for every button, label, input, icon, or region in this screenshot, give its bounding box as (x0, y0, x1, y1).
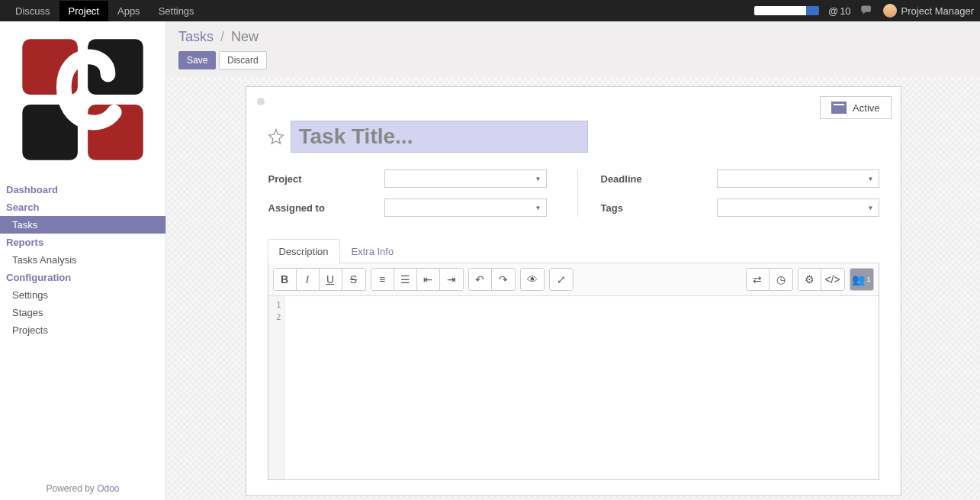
chat-icon[interactable] (860, 5, 874, 18)
strike-button[interactable]: S (342, 269, 365, 290)
redo-icon: ↷ (499, 273, 508, 285)
save-button[interactable]: Save (178, 51, 216, 69)
svg-rect-1 (88, 39, 143, 95)
code-area[interactable] (285, 296, 879, 479)
form-col-left: Project Assigned to (268, 169, 547, 217)
priority-star-icon[interactable] (268, 128, 284, 145)
bold-button[interactable]: B (274, 269, 297, 290)
nav-project[interactable]: Project (59, 1, 108, 21)
outdent-icon: ⇤ (423, 273, 432, 285)
discard-button[interactable]: Discard (219, 51, 267, 69)
breadcrumb-parent[interactable]: Tasks (178, 29, 214, 44)
mention-count: 10 (840, 5, 850, 17)
sidebar-configuration[interactable]: Configuration (0, 269, 165, 286)
navbar-right: @ 10 Project Manager (754, 4, 974, 18)
sidebar-item-tasks[interactable]: Tasks (0, 216, 165, 234)
task-title-input[interactable] (291, 121, 588, 153)
indent-button[interactable]: ⇥ (440, 269, 463, 290)
undo-icon: ↶ (475, 273, 484, 285)
user-name: Project Manager (901, 5, 974, 17)
nav-apps[interactable]: Apps (108, 1, 149, 21)
swap-icon: ⇄ (753, 273, 762, 285)
gear-icon: ⚙ (805, 273, 815, 285)
main-content: Tasks / New Save Discard Active (166, 21, 980, 500)
clock-icon: ◷ (776, 273, 786, 285)
line-gutter: 1 2 (268, 296, 285, 479)
at-icon: @ (828, 5, 838, 17)
nav-discuss[interactable]: Discuss (6, 1, 59, 21)
editor-body: 1 2 (268, 296, 879, 479)
indent-icon: ⇥ (447, 273, 456, 285)
settings-button[interactable]: ⚙ (798, 269, 821, 290)
sidebar-item-stages[interactable]: Stages (0, 304, 165, 321)
tabs: Description Extra Info (268, 238, 879, 263)
assigned-to-select[interactable] (384, 198, 547, 217)
ordered-list-icon: ≡ (379, 273, 385, 285)
editor-toolbar: B I U S ≡ ☰ ⇤ ⇥ ↶ ↷ (268, 263, 879, 296)
collab-button[interactable]: 👥1 (850, 269, 873, 290)
eye-slash-icon: 👁 (527, 273, 538, 285)
code-icon: </> (824, 273, 840, 285)
sidebar: Dashboard Search Tasks Reports Tasks Ana… (0, 21, 166, 500)
ul-button[interactable]: ☰ (394, 269, 417, 290)
redo-button[interactable]: ↷ (492, 269, 515, 290)
user-menu[interactable]: Project Manager (883, 4, 974, 18)
breadcrumb: Tasks / New (178, 29, 968, 45)
top-navbar: Discuss Project Apps Settings @ 10 Proje… (0, 0, 980, 21)
avatar (883, 4, 897, 18)
sidebar-item-tasks-analysis[interactable]: Tasks Analysis (0, 251, 165, 269)
sidebar-menu: Dashboard Search Tasks Reports Tasks Ana… (0, 178, 165, 342)
form-grid: Project Assigned to Deadline (268, 169, 879, 217)
label-assigned-to: Assigned to (268, 202, 375, 214)
fullscreen-button[interactable]: ⤢ (550, 269, 573, 290)
kanban-state-dot[interactable] (257, 98, 265, 105)
mention-badge[interactable]: @ 10 (828, 5, 851, 17)
sidebar-footer: Powered by Odoo (0, 477, 165, 500)
underline-button[interactable]: U (320, 269, 342, 290)
outdent-button[interactable]: ⇤ (417, 269, 440, 290)
description-editor: B I U S ≡ ☰ ⇤ ⇥ ↶ ↷ (268, 263, 879, 480)
code-button[interactable]: </> (821, 269, 844, 290)
navbar-left: Discuss Project Apps Settings (6, 1, 204, 21)
label-tags: Tags (601, 202, 708, 214)
switch-button[interactable]: ⇄ (747, 269, 770, 290)
expand-icon: ⤢ (557, 273, 566, 285)
sidebar-item-projects[interactable]: Projects (0, 321, 165, 339)
app-logo (20, 37, 146, 163)
odoo-link[interactable]: Odoo (97, 483, 119, 494)
logo-area (0, 21, 165, 178)
breadcrumb-current: New (231, 29, 259, 44)
sidebar-item-settings[interactable]: Settings (0, 286, 165, 304)
form-sheet: Active Project Assigned to (246, 86, 901, 496)
italic-button[interactable]: I (297, 269, 320, 290)
sidebar-search[interactable]: Search (0, 198, 165, 216)
active-label: Active (853, 102, 879, 114)
label-deadline: Deadline (601, 173, 708, 185)
form-col-right: Deadline Tags (577, 169, 879, 217)
label-project: Project (268, 173, 375, 185)
tab-extra-info[interactable]: Extra Info (340, 239, 406, 263)
title-row (268, 121, 879, 153)
ol-button[interactable]: ≡ (371, 269, 394, 290)
project-select[interactable] (384, 169, 547, 188)
sidebar-reports[interactable]: Reports (0, 234, 165, 251)
unordered-list-icon: ☰ (400, 273, 410, 285)
sidebar-dashboard[interactable]: Dashboard (0, 181, 165, 198)
active-toggle[interactable]: Active (820, 96, 891, 119)
users-icon: 👥 (852, 273, 865, 285)
archive-icon (831, 102, 847, 114)
tab-description[interactable]: Description (268, 239, 340, 263)
tags-select[interactable] (717, 198, 879, 217)
progress-indicator[interactable] (754, 6, 819, 15)
undo-button[interactable]: ↶ (469, 269, 492, 290)
nav-settings[interactable]: Settings (149, 1, 204, 21)
preview-button[interactable]: 👁 (521, 269, 544, 290)
deadline-input[interactable] (717, 169, 879, 188)
control-panel: Tasks / New Save Discard (166, 21, 980, 77)
timer-button[interactable]: ◷ (770, 269, 792, 290)
